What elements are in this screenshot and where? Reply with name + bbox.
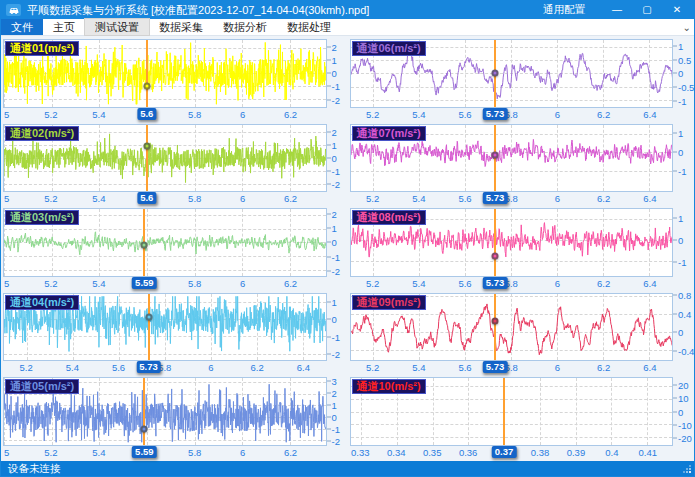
x-tick-label: 5.4 xyxy=(92,109,105,120)
cursor-marker[interactable] xyxy=(145,313,152,320)
plot-area[interactable]: 通道05(m/s²) xyxy=(3,377,327,446)
x-tick-label: 5.6 xyxy=(458,278,471,289)
y-tick-label: 1 xyxy=(327,55,337,66)
menu-tab-test-settings[interactable]: 测试设置 xyxy=(85,19,149,35)
x-tick-label: 6 xyxy=(555,278,560,289)
y-tick-label: 1 xyxy=(673,212,683,223)
plot-area[interactable]: 通道03(m/s²) xyxy=(3,208,327,277)
status-text: 设备未连接 xyxy=(8,462,61,476)
x-tick-label: 6.4 xyxy=(643,362,656,373)
y-tick-label: 0 xyxy=(673,234,683,245)
menu-tab-data-processing[interactable]: 数据处理 xyxy=(277,19,341,35)
x-axis: 55.25.45.65.866.2 5.6 xyxy=(3,108,327,121)
x-tick-label: 5.2 xyxy=(366,193,379,204)
x-tick-label: 0.36 xyxy=(459,447,478,458)
y-tick-label: -20 xyxy=(673,433,692,444)
x-tick-label: 6 xyxy=(208,362,213,373)
x-tick-label: 5.8 xyxy=(188,447,201,458)
y-tick-label: 0.5 xyxy=(673,54,691,65)
x-tick-label: 6 xyxy=(240,447,245,458)
menu-tab-data-acquisition[interactable]: 数据采集 xyxy=(149,19,213,35)
channel-panel-07: 通道07(m/s²) 5.25.45.65.866.26.4 5.73 10-1 xyxy=(350,123,694,206)
x-tick-label: 5.4 xyxy=(92,193,105,204)
cursor-marker[interactable] xyxy=(143,83,150,90)
x-tick-label: 5 xyxy=(4,109,9,120)
x-tick-label: 6 xyxy=(240,278,245,289)
cursor-line[interactable] xyxy=(148,294,150,361)
plot-area[interactable]: 通道06(m/s²) xyxy=(350,39,674,108)
x-tick-label: 5.2 xyxy=(366,278,379,289)
x-tick-label: 5.8 xyxy=(188,278,201,289)
x-tick-label: 0.35 xyxy=(423,447,442,458)
cursor-line[interactable] xyxy=(503,378,505,445)
y-tick-label: 0.4 xyxy=(673,308,691,319)
chevron-down-icon[interactable]: ⌄ xyxy=(683,19,691,35)
x-tick-label: 6.2 xyxy=(597,278,610,289)
plot-area[interactable]: 通道08(m/s²) xyxy=(350,208,674,277)
x-tick-label: 6 xyxy=(240,109,245,120)
y-tick-label: 0 xyxy=(327,314,337,325)
cursor-value-badge: 0.37 xyxy=(492,446,517,458)
x-tick-label: 0.33 xyxy=(351,447,370,458)
y-axis: 3210-1-2 xyxy=(327,377,347,446)
menu-tab-file[interactable]: 文件 xyxy=(1,19,43,35)
x-tick-label: 5.6 xyxy=(458,109,471,120)
y-tick-label: -1 xyxy=(327,331,340,342)
cursor-marker[interactable] xyxy=(492,317,499,324)
grid-line xyxy=(351,424,673,425)
plot-area[interactable]: 通道04(m/s²) xyxy=(3,293,327,362)
cursor-value-badge: 5.59 xyxy=(132,277,157,289)
x-tick-label: 6.4 xyxy=(297,362,310,373)
close-button[interactable]: ✕ xyxy=(665,1,689,19)
plot-area[interactable]: 通道07(m/s²) xyxy=(350,124,674,193)
plot-area[interactable]: 通道10(m/s²) xyxy=(350,377,674,446)
x-tick-label: 0.4 xyxy=(605,447,618,458)
minimize-button[interactable]: — xyxy=(605,1,629,19)
y-tick-label: -1 xyxy=(327,251,340,262)
resize-grip-icon[interactable] xyxy=(682,464,692,474)
y-tick-label: -1 xyxy=(327,166,340,177)
channel-panel-03: 通道03(m/s²) 55.25.45.65.866.2 5.59 210-1-… xyxy=(3,207,347,290)
cursor-marker[interactable] xyxy=(141,425,148,432)
x-axis: 5.25.45.65.866.26.4 5.73 xyxy=(350,277,674,290)
x-tick-label: 5.2 xyxy=(44,109,57,120)
x-tick-label: 5.8 xyxy=(188,109,201,120)
general-config-button[interactable]: 通用配置 xyxy=(543,3,585,17)
y-tick-label: 2 xyxy=(327,41,337,52)
menu-tab-home[interactable]: 主页 xyxy=(43,19,85,35)
cursor-line[interactable] xyxy=(143,378,145,445)
y-tick-label: 0 xyxy=(327,237,337,248)
y-tick-label: 2 xyxy=(327,388,337,399)
y-tick-label: 0 xyxy=(673,147,683,158)
x-tick-label: 5.2 xyxy=(44,447,57,458)
cursor-line[interactable] xyxy=(494,209,496,276)
channel-label: 通道07(m/s²) xyxy=(352,126,426,141)
menu-tab-data-analysis[interactable]: 数据分析 xyxy=(213,19,277,35)
channel-label: 通道05(m/s²) xyxy=(5,379,79,394)
plot-area[interactable]: 通道01(m/s²) xyxy=(3,39,327,108)
y-axis: 10.50-0.5-1 xyxy=(673,39,693,108)
cursor-line[interactable] xyxy=(146,125,148,192)
title-bar: 平顺数据采集与分析系统 [校准配置2023-12-07_14-04-04(30k… xyxy=(1,1,694,19)
y-tick-label: 1 xyxy=(673,40,683,51)
cursor-marker[interactable] xyxy=(492,152,499,159)
cursor-marker[interactable] xyxy=(143,143,150,150)
channel-label: 通道10(m/s²) xyxy=(352,379,426,394)
channel-label: 通道08(m/s²) xyxy=(352,210,426,225)
cursor-line[interactable] xyxy=(494,294,496,361)
maximize-button[interactable]: ▢ xyxy=(635,1,659,19)
cursor-marker[interactable] xyxy=(141,241,148,248)
cursor-value-badge: 5.73 xyxy=(483,277,508,289)
cursor-marker[interactable] xyxy=(492,252,499,259)
y-axis: 210-1-2 xyxy=(327,124,347,193)
x-tick-label: 6 xyxy=(240,193,245,204)
x-tick-label: 5.4 xyxy=(66,362,79,373)
cursor-marker[interactable] xyxy=(492,70,499,77)
plot-area[interactable]: 通道09(m/s²) xyxy=(350,293,674,362)
x-tick-label: 6.4 xyxy=(643,109,656,120)
y-tick-label: 20 xyxy=(673,380,689,391)
cursor-line[interactable] xyxy=(146,40,148,107)
plot-area[interactable]: 通道02(m/s²) xyxy=(3,124,327,193)
grid-line xyxy=(351,399,673,400)
channel-label: 通道02(m/s²) xyxy=(5,126,79,141)
